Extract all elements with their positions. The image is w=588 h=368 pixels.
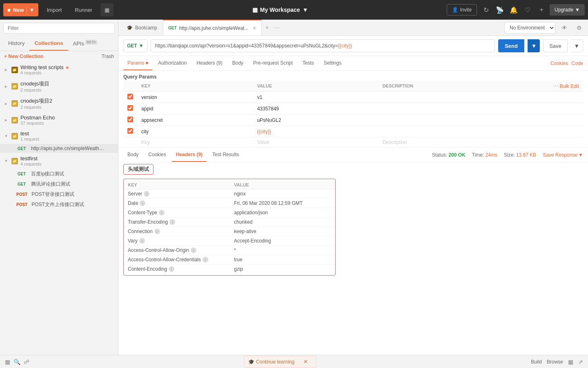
eye-icon[interactable]: 👁: [559, 22, 570, 34]
build-button[interactable]: Build: [531, 359, 542, 365]
tab-pre-request[interactable]: Pre-request Script: [249, 56, 297, 70]
method-select[interactable]: GET ▼: [123, 39, 147, 52]
param-value: v1: [253, 92, 379, 103]
list-item[interactable]: ► 📁 Postman Echo 37 requests: [0, 112, 118, 128]
param-checkbox[interactable]: [127, 94, 133, 99]
expand-icon[interactable]: ⇗: [578, 359, 583, 365]
request-item[interactable]: POST POST登录接口测试: [0, 189, 118, 200]
request-item[interactable]: GET http://apis.juhe.cn/simpleWeather/..…: [0, 144, 118, 153]
tab-collections[interactable]: Collections: [29, 37, 68, 51]
search-input[interactable]: [3, 23, 115, 34]
param-row: appid 43357849: [123, 103, 583, 114]
list-item[interactable]: ► 📁 cnodejs项目 2 requests: [0, 78, 118, 95]
more-tabs-button[interactable]: ⋯: [272, 25, 281, 31]
continue-learning-banner[interactable]: 🎓 Continue learning ✕: [244, 356, 316, 368]
layout-button[interactable]: ▦: [100, 3, 114, 16]
save-button[interactable]: Save: [543, 39, 568, 52]
workspace-icon[interactable]: ▦: [5, 359, 10, 365]
settings-icon[interactable]: ⚙: [573, 22, 585, 34]
import-button[interactable]: Import: [42, 3, 67, 16]
chevron-right-icon: ►: [4, 101, 8, 106]
code-button[interactable]: Code: [571, 61, 583, 66]
plus-icon: ■: [7, 7, 11, 13]
list-item[interactable]: ▼ 📁 test 1 request: [0, 128, 118, 144]
request-url: http://apis.juhe.cn/simpleWeather/...: [31, 146, 105, 151]
info-icon: i: [169, 219, 175, 225]
param-value: 43357849: [253, 103, 379, 114]
invite-button[interactable]: 👤 Invite: [447, 4, 477, 16]
request-item[interactable]: GET 百度ip接口测试: [0, 169, 118, 179]
list-item[interactable]: ▼ 📁 testfirst 4 requests: [0, 153, 118, 169]
list-item[interactable]: ► 📁 cnodejs项目2 2 requests: [0, 95, 118, 112]
heart-icon[interactable]: ♡: [522, 4, 533, 16]
new-collection-button[interactable]: + New Collection: [4, 54, 43, 59]
bell-icon[interactable]: 🔔: [508, 4, 519, 16]
bulk-edit-button[interactable]: Bulk Edit: [560, 83, 579, 89]
tab-history[interactable]: History: [3, 37, 29, 51]
param-row-empty: Key Value Description: [123, 137, 583, 148]
tab-tests[interactable]: Tests: [298, 56, 318, 70]
request-item[interactable]: GET 腾讯评论接口测试: [0, 179, 118, 189]
bootcamp-tab[interactable]: 🎓 Bootcamp: [122, 20, 162, 36]
top-nav: ■ New ▼ Import Runner ▦ ▦ My Workspace ▼…: [0, 0, 588, 20]
close-learning-button[interactable]: ✕: [299, 357, 312, 366]
save-response-button[interactable]: Save Response ▼: [543, 152, 583, 158]
cookies-button[interactable]: Cookies: [550, 61, 568, 66]
tab-apis[interactable]: APIsBETA: [68, 37, 102, 51]
response-tab-cookies[interactable]: Cookies: [144, 148, 170, 162]
folder-icon: 📁: [11, 133, 18, 139]
more-button[interactable]: ⋯: [553, 83, 559, 89]
list-item[interactable]: ► 📁 Writing test scripts★ 4 requests: [0, 62, 118, 78]
trash-button[interactable]: Trash: [102, 54, 114, 59]
close-icon[interactable]: ✕: [252, 25, 256, 31]
workspace-title[interactable]: ▦ My Workspace ▼: [117, 7, 443, 13]
response-area: Body Cookies Headers (9) Test Results St…: [118, 147, 588, 355]
add-tab-button[interactable]: +: [263, 24, 271, 31]
response-tab-test-results[interactable]: Test Results: [208, 148, 243, 162]
param-checkbox[interactable]: [127, 105, 133, 111]
info-icon: i: [140, 200, 145, 206]
plus-circle-icon[interactable]: +: [536, 4, 547, 16]
response-tab-body[interactable]: Body: [123, 148, 143, 162]
method-badge: POST: [15, 202, 29, 207]
param-key: appid: [137, 103, 253, 114]
params-dot: [146, 62, 148, 64]
search-bottom-icon[interactable]: 🔍: [13, 359, 20, 365]
param-checkbox[interactable]: [127, 117, 133, 122]
chevron-down-icon: ▼: [4, 159, 8, 163]
url-input-container[interactable]: https://tianqiapi.com/api?version=v1&app…: [151, 39, 495, 52]
query-params-label: Query Params: [118, 71, 588, 81]
param-value: uPsNuGL2: [253, 114, 379, 126]
layout-toggle-icon[interactable]: ▦: [568, 359, 573, 365]
response-header-row: Content-Typei application/json: [124, 208, 335, 218]
request-tab[interactable]: GET http://apis.juhe.cn/simpleWeat... ✕: [163, 20, 262, 36]
runner-button[interactable]: Runner: [70, 3, 97, 16]
browse-button[interactable]: Browse: [547, 359, 563, 365]
request-item[interactable]: POST POST文件上传接口测试: [0, 200, 118, 210]
new-button[interactable]: ■ New ▼: [3, 3, 38, 16]
param-checkbox[interactable]: [127, 128, 133, 134]
save-dropdown-button[interactable]: ▼: [571, 39, 583, 52]
sidebar: History Collections APIsBETA + New Colle…: [0, 20, 118, 355]
save-response-chevron-icon: ▼: [578, 152, 583, 158]
tab-headers[interactable]: Headers (9): [192, 56, 226, 70]
grid-icon: ▦: [252, 7, 258, 13]
satellite-icon[interactable]: 📡: [494, 4, 506, 16]
tab-params[interactable]: Params: [123, 56, 152, 70]
tab-body[interactable]: Body: [228, 56, 247, 70]
response-tab-headers[interactable]: Headers (9): [172, 148, 207, 162]
response-header-row: Content-Encodingi gzip: [124, 265, 335, 274]
console-icon[interactable]: ☍: [24, 359, 29, 365]
req-tab-right: Cookies Code: [550, 61, 583, 66]
url-bar: GET ▼ https://tianqiapi.com/api?version=…: [118, 36, 588, 56]
tab-authorization[interactable]: Authorization: [154, 56, 191, 70]
chevron-right-icon: ►: [4, 67, 8, 72]
send-dropdown-button[interactable]: ▼: [528, 39, 540, 52]
send-button[interactable]: Send: [498, 39, 524, 52]
sync-icon[interactable]: ↻: [480, 4, 492, 16]
url-text: https://tianqiapi.com/api?version=v1&app…: [155, 43, 338, 49]
env-select[interactable]: No Environment: [504, 22, 555, 34]
info-icon: i: [139, 238, 145, 244]
tab-settings[interactable]: Settings: [320, 56, 345, 70]
upgrade-button[interactable]: Upgrade ▼: [550, 4, 585, 16]
